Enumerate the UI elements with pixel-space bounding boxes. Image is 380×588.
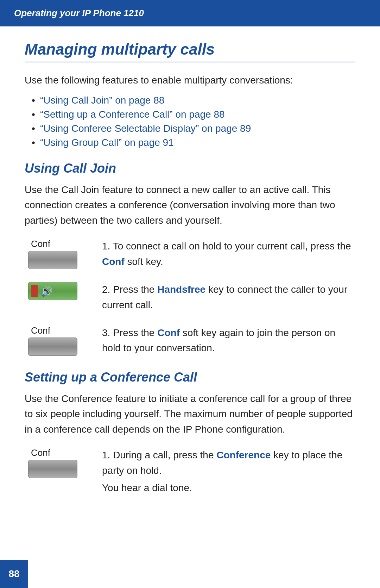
- step1-text: 1. To connect a call on hold to your cur…: [102, 241, 351, 267]
- step1-number: 1.: [102, 241, 110, 252]
- section1-heading: Using Call Join: [25, 161, 355, 176]
- section2-step1-content: 1. During a call, press the Conference k…: [95, 447, 355, 495]
- link-call-join[interactable]: “Using Call Join” on page 88: [40, 95, 164, 106]
- section2-description: Use the Conference feature to initiate a…: [25, 391, 355, 437]
- link-conferee-display[interactable]: “Using Conferee Selectable Display” on p…: [40, 123, 251, 134]
- section2-step1-bold: Conference: [216, 450, 271, 460]
- step-row-1: Conf 1. To connect a call on hold to you…: [25, 239, 355, 269]
- conf-button-3: [28, 338, 77, 356]
- step3-image: Conf: [25, 325, 95, 356]
- step3-bold: Conf: [157, 327, 180, 338]
- section1-description: Use the Call Join feature to connect a n…: [25, 182, 355, 228]
- conf-button-1: [28, 251, 77, 269]
- conf-label-3: Conf: [28, 325, 50, 336]
- section2-step1-image: Conf: [25, 447, 95, 478]
- section2-step1-text: 1. During a call, press the Conference k…: [102, 450, 342, 476]
- step1-image: Conf: [25, 239, 95, 269]
- conf-label-1: Conf: [28, 239, 50, 249]
- page-number: 88: [8, 568, 19, 580]
- page-heading: Managing multiparty calls: [25, 41, 355, 62]
- handsfree-button: 🔊: [28, 282, 77, 300]
- header-bar: Operating your IP Phone 1210: [0, 0, 380, 26]
- intro-text: Use the following features to enable mul…: [25, 73, 355, 88]
- section2-step1-text-before: During a call, press the: [113, 450, 216, 460]
- step1-bold: Conf: [102, 256, 125, 267]
- section2-steps: Conf 1. During a call, press the Confere…: [25, 447, 355, 495]
- list-item[interactable]: “Using Conferee Selectable Display” on p…: [32, 123, 355, 134]
- section2-heading: Setting up a Conference Call: [25, 370, 355, 385]
- link-group-call[interactable]: “Using Group Call” on page 91: [40, 137, 174, 148]
- step2-text: 2. Press the Handsfree key to connect th…: [102, 284, 347, 310]
- step1-text-before: To connect a call on hold to your curren…: [113, 241, 351, 252]
- conf-label-s2-1: Conf: [28, 447, 50, 458]
- conf-button-s2-1: [28, 460, 77, 478]
- header-title-regular: Operating your IP Phone: [14, 8, 124, 18]
- section2-step1-sub: You hear a dial tone.: [102, 480, 355, 495]
- step3-content: 3. Press the Conf soft key again to join…: [95, 325, 355, 356]
- step1-text-after: soft key.: [125, 256, 163, 267]
- list-item[interactable]: “Using Call Join” on page 88: [32, 95, 355, 106]
- section1-steps: Conf 1. To connect a call on hold to you…: [25, 239, 355, 356]
- step3-text: 3. Press the Conf soft key again to join…: [102, 327, 335, 353]
- section2-step-row-1: Conf 1. During a call, press the Confere…: [25, 447, 355, 495]
- page-number-box: 88: [0, 560, 28, 588]
- bullet-links-list: “Using Call Join” on page 88 “Setting up…: [32, 95, 355, 148]
- step2-number: 2.: [102, 284, 110, 295]
- speaker-icon: 🔊: [40, 285, 53, 297]
- section2-step1-number: 1.: [102, 450, 110, 460]
- step2-image: 🔊: [25, 282, 95, 300]
- header-title-bold: 1210: [124, 8, 144, 18]
- step-row-3: Conf 3. Press the Conf soft key again to…: [25, 325, 355, 356]
- main-content: Managing multiparty calls Use the follow…: [0, 26, 380, 538]
- step2-bold: Handsfree: [157, 284, 205, 295]
- list-item[interactable]: “Setting up a Conference Call” on page 8…: [32, 109, 355, 120]
- list-item[interactable]: “Using Group Call” on page 91: [32, 137, 355, 148]
- link-conference-call[interactable]: “Setting up a Conference Call” on page 8…: [40, 109, 225, 120]
- step3-text-before: Press the: [113, 327, 157, 338]
- handsfree-red-dot: [31, 285, 38, 297]
- step-row-2: 🔊 2. Press the Handsfree key to connect …: [25, 282, 355, 312]
- step1-content: 1. To connect a call on hold to your cur…: [95, 239, 355, 269]
- step2-text-before: Press the: [113, 284, 157, 295]
- step3-number: 3.: [102, 327, 110, 338]
- step2-content: 2. Press the Handsfree key to connect th…: [95, 282, 355, 312]
- header-title: Operating your IP Phone 1210: [14, 8, 144, 19]
